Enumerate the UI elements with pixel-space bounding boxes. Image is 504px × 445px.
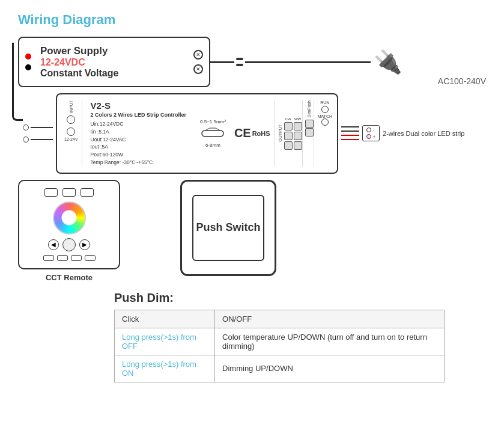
page-title: Wiring Diagram [18, 12, 486, 28]
top-section: Power Supply 12-24VDC Constant Voltage ✕… [18, 37, 486, 87]
remote-bottom-btn-4 [85, 255, 96, 261]
push-label: Push [307, 100, 311, 110]
cct-remote-label: CCT Remote [18, 273, 120, 282]
remote-top-buttons [26, 188, 112, 197]
power-supply-box: Power Supply 12-24VDC Constant Voltage ✕… [18, 37, 210, 87]
run-match-section: RUN MATCH [314, 100, 332, 167]
led-strip-label: 2-wires Dual color LED strip [383, 130, 464, 137]
ac-plug-icon: 🔌 [374, 51, 402, 73]
spec-1: Uin:12-24VDC [91, 120, 190, 128]
remote-bottom-buttons [26, 255, 112, 261]
remote-arrows: ◀ ▶ [26, 238, 112, 251]
ps-right-symbols: ✕ ✕ [193, 50, 203, 74]
table-cell-result-3: Dimming UP/DOWN [215, 355, 445, 382]
table-cell-result-2: Color temperature UP/DOWN (turn off and … [215, 328, 445, 355]
table-cell-result-1: ON/OFF [215, 310, 445, 328]
output-section: OUTPUT CW WW [274, 100, 302, 167]
ac-voltage-label: AC100-240V [438, 76, 486, 87]
led-strip-connector: - + 2-wires Dual color LED strip [362, 125, 464, 141]
controller-box: INPUT 12-24V V2-S 2 Colors 2 Wires LED S… [56, 93, 338, 174]
wire-diagram [201, 124, 225, 143]
controller-info: V2-S 2 Colors 2 Wires LED Strip Controll… [86, 100, 195, 167]
certifications: CE RoHS [234, 100, 270, 167]
power-supply-terminals [25, 54, 31, 70]
spec-3: Uout:12-24VAC [91, 136, 190, 144]
ps-title-text: Power Supply [40, 45, 197, 57]
bottom-section: ◀ ▶ CCT Remote Push Switch [18, 180, 486, 282]
color-wheel-center [62, 210, 77, 226]
spec-6: Temp Range: -30°C~+55°C [91, 159, 190, 167]
push-dim-title: Push Dim: [114, 291, 486, 305]
table-row-2: Long press(>1s) from OFF Color temperatu… [115, 328, 445, 355]
spec-4: Iout :5A [91, 143, 190, 151]
push-switch-section: Push Switch [180, 180, 276, 282]
remote-bottom-btn-1 [43, 255, 54, 261]
remote-bottom-btn-3 [71, 255, 82, 261]
wire-size: 0.5~1.5mm² [200, 119, 226, 124]
remote-bottom-btn-2 [57, 255, 68, 261]
controller-description: 2 Colors 2 Wires LED Strip Controller [91, 112, 190, 118]
center-btn [62, 238, 76, 251]
spec-2: Iin :5.1A [91, 128, 190, 136]
spec-5: Pout:60-120W [91, 151, 190, 159]
push-dim-section: Push Dim: Click ON/OFF Long press(>1s) f… [18, 291, 486, 382]
arrow-right-btn: ▶ [79, 239, 90, 250]
table-row-1: Click ON/OFF [115, 310, 445, 328]
table-cell-action-1: Click [115, 310, 215, 328]
page: Wiring Diagram Power Supply 12-24VDC Con… [0, 0, 504, 445]
table-cell-action-3: Long press(>1s) from ON [115, 355, 215, 382]
positive-terminal [25, 54, 31, 60]
power-supply-label: Power Supply 12-24VDC Constant Voltage [40, 45, 197, 79]
color-wheel [53, 201, 86, 235]
negative-terminal [25, 64, 31, 70]
controller-model: V2-S [91, 100, 190, 111]
power-wire: 🔌 [210, 51, 402, 73]
ps-symbol-1: ✕ [193, 50, 203, 60]
remote-btn-1 [44, 188, 58, 197]
input-label: INPUT [69, 100, 73, 113]
controller-specs: Uin:12-24VDC Iin :5.1A Uout:12-24VAC Iou… [91, 120, 190, 167]
push-switch-label: Push Switch [192, 195, 264, 261]
output-wires [341, 126, 359, 140]
remote-box: ◀ ▶ [18, 180, 120, 269]
wire-gauge: 6-8mm [205, 143, 220, 148]
remote-btn-3 [80, 188, 94, 197]
push-switch-box: Push Switch [180, 180, 276, 276]
output-label: OUTPUT [278, 124, 282, 142]
ps-symbol-2: ✕ [193, 64, 203, 74]
remote-btn-2 [62, 188, 76, 197]
cct-remote-section: ◀ ▶ CCT Remote [18, 180, 138, 282]
push-dim-table: Click ON/OFF Long press(>1s) from OFF Co… [114, 310, 445, 382]
push-dim-connector: Push Dim [302, 100, 314, 167]
rohs-label: RoHS [252, 130, 270, 137]
table-cell-action-2: Long press(>1s) from OFF [115, 328, 215, 355]
ps-type: Constant Voltage [40, 68, 197, 79]
ps-voltage: 12-24VDC [40, 57, 197, 68]
svg-rect-0 [202, 130, 223, 137]
arrow-left-btn: ◀ [48, 239, 59, 250]
table-row-3: Long press(>1s) from ON Dimming UP/DOWN [115, 355, 445, 382]
dim-label: Dim [307, 110, 311, 117]
